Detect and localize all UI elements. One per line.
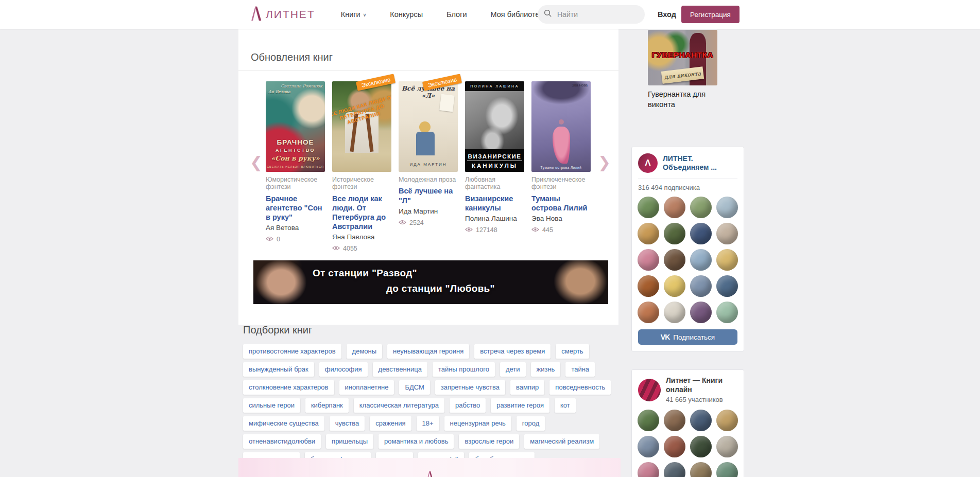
collection-tag[interactable]: тайны прошлого xyxy=(433,362,495,377)
collection-tag[interactable]: смерть xyxy=(556,344,589,359)
vk-member-avatar[interactable] xyxy=(690,436,712,457)
vk-member-avatar[interactable] xyxy=(664,436,685,457)
vk-community-title-link[interactable]: Литнет — Книги онлайн xyxy=(666,376,737,394)
vk-member-avatar[interactable] xyxy=(638,197,659,218)
vk-member-avatar[interactable] xyxy=(638,249,659,271)
nav-item-3[interactable]: Блоги xyxy=(446,10,467,19)
collection-tag[interactable]: романтика и любовь xyxy=(379,434,454,449)
book-title-link[interactable]: Всё лучшее на "Л" xyxy=(399,186,458,205)
vk-member-avatar[interactable] xyxy=(664,223,685,244)
collection-tag[interactable]: киберпанк xyxy=(305,398,349,413)
vk-member-avatar[interactable] xyxy=(716,275,738,297)
collection-tag[interactable]: чувства xyxy=(330,416,365,431)
nav-item-2[interactable]: Конкурсы xyxy=(390,10,423,19)
collection-tag[interactable]: взрослые герои xyxy=(459,434,519,449)
collection-tag[interactable]: сражения xyxy=(370,416,411,431)
vk-member-avatar[interactable] xyxy=(716,410,738,431)
vk-member-avatar[interactable] xyxy=(638,275,659,297)
vk-member-avatar[interactable] xyxy=(690,223,712,244)
collection-tag[interactable]: неунывающая героиня xyxy=(387,344,469,359)
vk-widget-group: Λ ЛИТНЕТ. Объединяем ... 316 494 подписч… xyxy=(631,147,744,351)
vk-member-avatar[interactable] xyxy=(716,197,738,218)
collection-tag[interactable]: тайна xyxy=(565,362,595,377)
collection-tag[interactable]: рабство xyxy=(450,398,486,413)
collection-tag[interactable]: вампир xyxy=(510,380,544,395)
book-cover-link[interactable]: ПОЛИНА ЛАШИНАВИЗАНИРСКИЕКАНИКУЛЫ xyxy=(465,81,524,172)
collection-tag[interactable]: развитие героя xyxy=(491,398,549,413)
vk-community-logo[interactable] xyxy=(638,379,661,401)
vk-member-avatar[interactable] xyxy=(638,462,659,477)
vk-member-avatar[interactable] xyxy=(716,436,738,457)
book-title-link[interactable]: Туманы острова Лилий xyxy=(531,194,591,213)
collection-tag[interactable]: инопланетяне xyxy=(339,380,394,395)
vk-member-avatar[interactable] xyxy=(664,462,685,477)
collection-tag[interactable]: вынужденный брак xyxy=(243,362,314,377)
collection-tag[interactable]: столкновение характеров xyxy=(243,380,334,395)
cover-title-text: БРАЧНОЕ xyxy=(266,138,325,146)
collection-tag[interactable]: жизнь xyxy=(531,362,561,377)
logo[interactable]: ЛИТНЕТ xyxy=(250,5,315,24)
collection-tag[interactable]: 18+ xyxy=(417,416,439,431)
vk-member-avatar[interactable] xyxy=(716,302,738,323)
book-cover-link[interactable]: ВСЕ ЛЮДИ КАК ЛЮДИ ОТ ПЕТЕРБУРГА ДО АВСТР… xyxy=(332,81,391,172)
book-title-link[interactable]: Все люди как люди. От Петербурга до Авст… xyxy=(332,194,391,232)
vk-group-logo[interactable]: Λ xyxy=(638,153,658,173)
book-cover-link[interactable]: Эва НоваТуманы острова Лилий xyxy=(531,81,591,172)
book-title-link[interactable]: Визанирские каникулы xyxy=(465,194,524,213)
search-input[interactable] xyxy=(556,10,639,19)
collection-tag[interactable]: город xyxy=(517,416,545,431)
nav-item-1[interactable]: Книги∨ xyxy=(341,10,367,19)
collection-tag[interactable]: демоны xyxy=(347,344,383,359)
vk-member-avatar[interactable] xyxy=(716,462,738,477)
vk-member-avatar[interactable] xyxy=(638,410,659,431)
register-button[interactable]: Регистрация xyxy=(681,6,740,23)
collection-tag[interactable]: мифические существа xyxy=(243,416,324,431)
collection-tag[interactable]: сильные герои xyxy=(243,398,300,413)
book-cover-link[interactable]: Светлана РоманюкАя ВетоваБРАЧНОЕАГЕНТСТВ… xyxy=(266,81,325,172)
book-card: Эва НоваТуманы острова ЛилийПриключенчес… xyxy=(531,81,591,252)
vk-member-avatar[interactable] xyxy=(690,275,712,297)
collection-tag[interactable]: отненавистидолюбви xyxy=(243,434,321,449)
promo-banner[interactable]: От станции "Развод" до станции "Любовь" xyxy=(253,260,608,304)
vk-member-avatar[interactable] xyxy=(716,223,738,244)
book-cover-art: ВСЕ ЛЮДИ КАК ЛЮДИ ОТ ПЕТЕРБУРГА ДО АВСТР… xyxy=(332,81,391,172)
collection-tag[interactable]: дети xyxy=(500,362,526,377)
collection-tag[interactable]: встреча через время xyxy=(474,344,551,359)
vk-member-avatar[interactable] xyxy=(690,462,712,477)
vk-member-avatar[interactable] xyxy=(638,302,659,323)
collection-tag[interactable]: девственница xyxy=(373,362,427,377)
vk-member-avatar[interactable] xyxy=(690,410,712,431)
collection-tag[interactable]: пришельцы xyxy=(326,434,373,449)
book-cover-link[interactable]: Всё лучшее на «Л»ИДА МАРТИНЭксклюзив xyxy=(399,81,458,172)
book-title-link[interactable]: Брачное агентство "Сон в руку" xyxy=(266,194,325,222)
vk-subscribe-button[interactable]: VK Подписаться xyxy=(638,329,737,345)
carousel-next-button[interactable]: ❯ xyxy=(598,155,611,170)
collection-tag[interactable]: кот xyxy=(555,398,576,413)
collection-tag[interactable]: запретные чувства xyxy=(435,380,505,395)
vk-member-avatar[interactable] xyxy=(664,249,685,271)
sidebar-book-cover[interactable]: ГУВЕРНАНТКА для виконта xyxy=(648,30,717,85)
vk-member-avatar[interactable] xyxy=(690,197,712,218)
collection-tag[interactable]: повседневность xyxy=(549,380,611,395)
collection-tag[interactable]: БДСМ xyxy=(399,380,429,395)
collection-tag[interactable]: философия xyxy=(319,362,368,377)
vk-member-avatar[interactable] xyxy=(638,436,659,457)
vk-member-avatar[interactable] xyxy=(664,197,685,218)
collection-tag[interactable]: противостояние характеров xyxy=(243,344,341,359)
vk-member-avatar[interactable] xyxy=(716,249,738,271)
login-link[interactable]: Вход xyxy=(658,10,676,19)
vk-member-avatar[interactable] xyxy=(638,223,659,244)
collection-tag[interactable]: нецензурная речь xyxy=(444,416,511,431)
sidebar-book-title-link[interactable]: Гувернантка для виконта xyxy=(648,90,725,110)
vk-avatar-grid xyxy=(638,410,737,477)
carousel-prev-button[interactable]: ❮ xyxy=(250,155,263,170)
vk-member-avatar[interactable] xyxy=(690,249,712,271)
sidebar-book-cover-art: ГУВЕРНАНТКА для виконта xyxy=(648,30,717,85)
vk-member-avatar[interactable] xyxy=(664,410,685,431)
collection-tag[interactable]: магический реализм xyxy=(524,434,599,449)
vk-group-title-link[interactable]: ЛИТНЕТ. Объединяем ... xyxy=(663,154,737,172)
collection-tag[interactable]: классическая литература xyxy=(354,398,444,413)
vk-member-avatar[interactable] xyxy=(664,275,685,297)
vk-member-avatar[interactable] xyxy=(690,302,712,323)
vk-member-avatar[interactable] xyxy=(664,302,685,323)
